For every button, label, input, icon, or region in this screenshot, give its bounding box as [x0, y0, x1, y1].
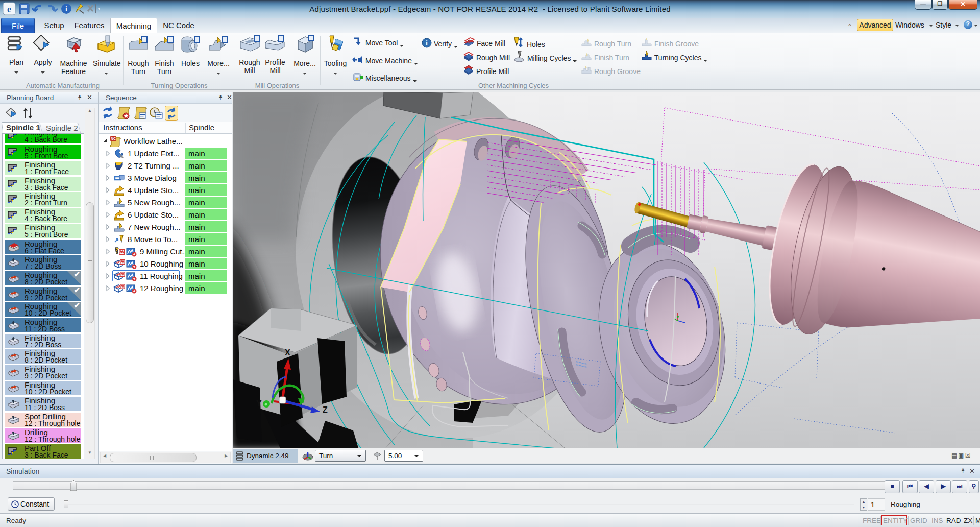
svg-text:i: i: [426, 39, 428, 47]
svg-text:X: X: [285, 348, 290, 357]
svg-text:NC: NC: [111, 137, 116, 140]
svg-text:Y: Y: [256, 399, 262, 408]
svg-text:Z: Z: [323, 405, 328, 414]
